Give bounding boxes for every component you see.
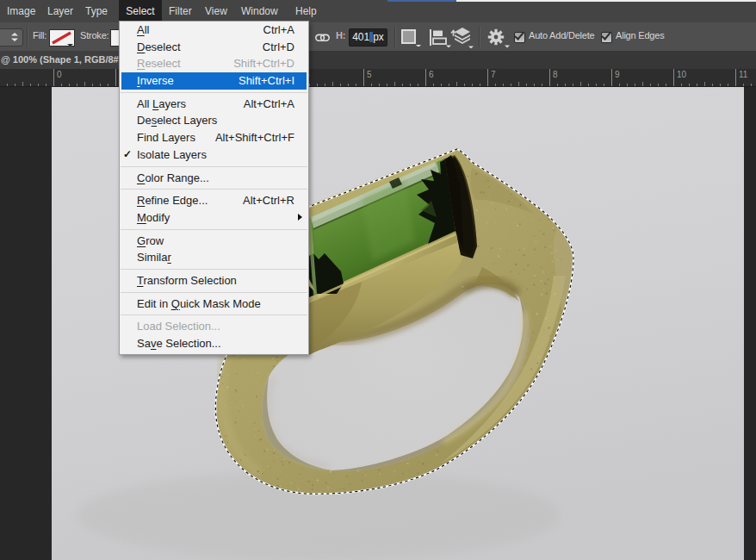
svg-text:5: 5 xyxy=(367,70,372,79)
svg-text:11: 11 xyxy=(739,70,748,79)
svg-text:6: 6 xyxy=(429,70,434,79)
svg-text:9: 9 xyxy=(615,70,620,79)
svg-text:7: 7 xyxy=(491,70,496,79)
svg-text:10: 10 xyxy=(677,70,687,79)
svg-text:8: 8 xyxy=(553,70,558,79)
svg-text:0: 0 xyxy=(57,70,62,79)
